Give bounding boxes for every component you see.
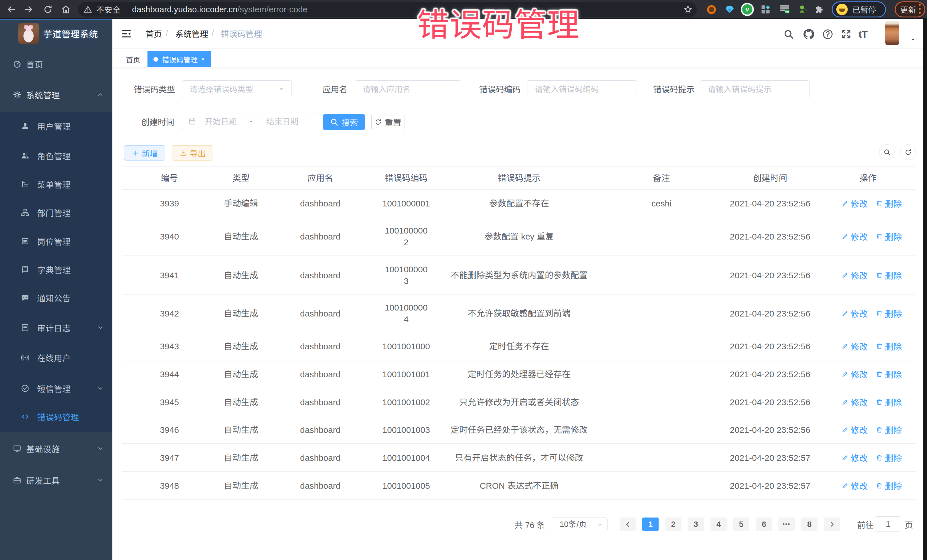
svg-text:on: on: [785, 10, 789, 13]
